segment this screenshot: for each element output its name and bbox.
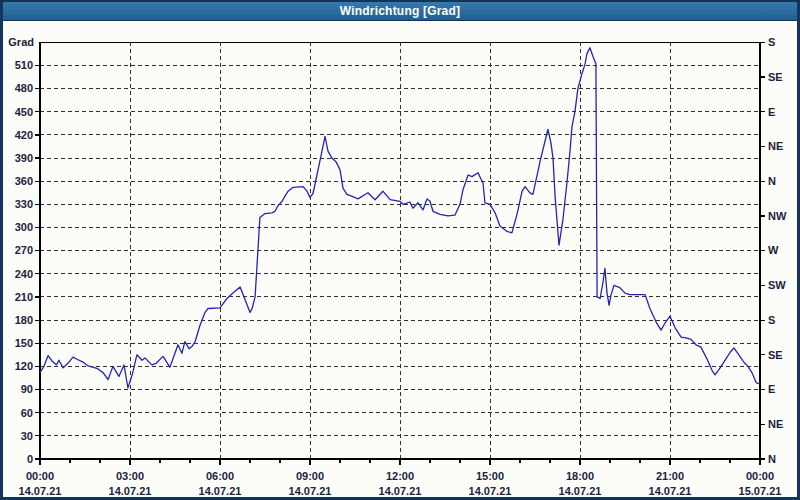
compass-label: S — [768, 314, 775, 326]
x-date-label: 14.07.21 — [469, 485, 512, 497]
compass-label: E — [768, 383, 775, 395]
grad-axis-label: Grad — [8, 36, 34, 48]
compass-label: N — [768, 175, 776, 187]
x-date-label: 14.07.21 — [379, 485, 422, 497]
y-tick-label: 60 — [21, 407, 33, 419]
y-tick-label: 390 — [15, 152, 33, 164]
x-time-label: 00:00 — [26, 470, 54, 482]
compass-label: SW — [768, 279, 786, 291]
x-date-label: 14.07.21 — [19, 485, 62, 497]
y-tick-label: 90 — [21, 383, 33, 395]
y-tick-label: 330 — [15, 198, 33, 210]
x-date-label: 14.07.21 — [559, 485, 602, 497]
compass-label: NW — [768, 210, 787, 222]
window-frame: Windrichtung [Grad] 03060901201501802102… — [0, 0, 800, 500]
y-tick-label: 300 — [15, 221, 33, 233]
x-time-label: 21:00 — [656, 470, 684, 482]
y-tick-label: 180 — [15, 314, 33, 326]
window-title: Windrichtung [Grad] — [340, 4, 460, 18]
y-tick-label: 360 — [15, 175, 33, 187]
x-time-label: 00:00 — [746, 470, 774, 482]
y-tick-label: 150 — [15, 337, 33, 349]
y-tick-label: 210 — [15, 291, 33, 303]
x-date-label: 14.07.21 — [649, 485, 692, 497]
compass-label: SE — [768, 349, 783, 361]
x-date-label: 15.07.21 — [739, 485, 782, 497]
compass-label: W — [768, 244, 779, 256]
x-time-label: 06:00 — [206, 470, 234, 482]
x-time-label: 15:00 — [476, 470, 504, 482]
x-date-label: 14.07.21 — [109, 485, 152, 497]
title-bar: Windrichtung [Grad] — [3, 2, 797, 20]
x-date-label: 14.07.21 — [289, 485, 332, 497]
y-tick-label: 450 — [15, 106, 33, 118]
y-tick-label: 120 — [15, 360, 33, 372]
y-tick-label: 420 — [15, 129, 33, 141]
y-tick-label: 240 — [15, 268, 33, 280]
compass-label: E — [768, 106, 775, 118]
chart-area: 0306090120150180210240270300330360390420… — [3, 21, 797, 497]
x-time-label: 09:00 — [296, 470, 324, 482]
compass-label: N — [768, 453, 776, 465]
compass-label: NE — [768, 140, 783, 152]
y-tick-label: 270 — [15, 244, 33, 256]
x-time-label: 18:00 — [566, 470, 594, 482]
y-tick-label: 510 — [15, 59, 33, 71]
x-time-label: 12:00 — [386, 470, 414, 482]
wind-direction-chart: 0306090120150180210240270300330360390420… — [3, 21, 797, 497]
x-time-label: 03:00 — [116, 470, 144, 482]
y-tick-label: 480 — [15, 82, 33, 94]
compass-label: S — [768, 36, 775, 48]
compass-label: NE — [768, 418, 783, 430]
compass-label: SE — [768, 71, 783, 83]
x-date-label: 14.07.21 — [199, 485, 242, 497]
y-tick-label: 0 — [27, 453, 33, 465]
y-tick-label: 30 — [21, 430, 33, 442]
